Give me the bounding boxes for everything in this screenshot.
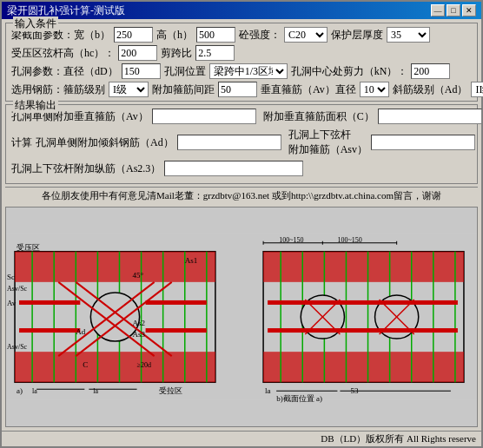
svg-text:Asv/Sc: Asv/Sc	[7, 285, 28, 293]
vertical-label: 垂直箍筋（Av）直径	[261, 82, 356, 97]
single-inclined-input[interactable]	[177, 135, 281, 150]
maximize-button[interactable]: □	[447, 4, 460, 16]
svg-rect-18	[19, 300, 80, 305]
beam-row: 梁截面参数：宽（b） 高（h） 砼强度： C20C25C30 保护层厚度 352…	[11, 27, 472, 43]
svg-rect-58	[268, 300, 458, 305]
main-window: 梁开圆孔补强计算-测试版 — □ ✕ 输入条件 梁截面参数：宽（b） 高（h） …	[0, 0, 483, 448]
svg-text:100~150: 100~150	[279, 236, 303, 244]
attach-label: 附加箍筋间距	[152, 82, 215, 97]
hole-dia-input[interactable]	[122, 63, 161, 79]
zone-label: 受压区弦杆高（hc）：	[11, 46, 115, 61]
shear-label: 剪跨比	[161, 46, 192, 61]
inclined-label: 斜筋级别（Ad）	[393, 82, 468, 97]
notice-bar: 各位朋友使用中有何意见清Mail老董：grzdbtv@163.net 或到htt…	[5, 187, 478, 204]
lower-input[interactable]	[164, 161, 303, 176]
result-row-1: 孔洞单侧附加垂直箍筋（Av） 附加垂直箍筋面积（C）	[11, 109, 472, 124]
diagram-svg: 受压区 Sc Asv/Sc 45° As1 Av Ad As2 As3 Asv/…	[6, 208, 477, 426]
svg-text:受拉区: 受拉区	[159, 386, 182, 395]
title-bar: 梁开圆孔补强计算-测试版 — □ ✕	[2, 2, 481, 19]
svg-text:45°: 45°	[133, 271, 144, 280]
result-row-2: 计算 孔洞单侧附加倾斜钢筋（Ad） 孔洞上下弦杆附加箍筋（Asv）	[11, 128, 472, 157]
rebar-row: 选用钢筋：箍筋级别 I级II级III级 附加箍筋间距 垂直箍筋（Av）直径 10…	[11, 82, 472, 97]
window-title: 梁开圆孔补强计算-测试版	[7, 3, 125, 18]
svg-text:100~150: 100~150	[337, 236, 361, 244]
input-group-label: 输入条件	[13, 16, 58, 31]
upper-input[interactable]	[371, 135, 475, 150]
stirrup-label: 选用钢筋：箍筋级别	[11, 82, 105, 97]
beam-width-input[interactable]	[114, 27, 153, 43]
input-group: 输入条件 梁截面参数：宽（b） 高（h） 砼强度： C20C25C30 保护层厚…	[5, 23, 478, 102]
hole-pos-label: 孔洞位置	[164, 64, 206, 79]
svg-text:la: la	[93, 387, 98, 395]
output-group: 结果输出 孔洞单侧附加垂直箍筋（Av） 附加垂直箍筋面积（C） 计算 孔洞单侧附…	[5, 104, 478, 184]
upper-label: 孔洞上下弦杆附加箍筋（Asv）	[288, 128, 367, 157]
zone-row: 受压区弦杆高（hc）： 剪跨比	[11, 45, 472, 61]
hole-center-label: 孔洞中心处剪力（kN）：	[291, 64, 408, 79]
hole-shear-input[interactable]	[411, 63, 450, 79]
svg-text:Sc: Sc	[7, 273, 15, 281]
svg-rect-20	[146, 300, 207, 305]
single-vertical-input[interactable]	[152, 109, 256, 124]
svg-text:As3: As3	[133, 330, 146, 339]
title-bar-buttons: — □ ✕	[431, 4, 476, 16]
hole-row: 孔洞参数：直径（dD） 孔洞位置 梁跨中1/3区域梁端1/3区域 孔洞中心处剪力…	[11, 63, 472, 79]
svg-text:Av: Av	[7, 299, 17, 307]
svg-text:Asv/Sc: Asv/Sc	[7, 343, 28, 351]
stirrup-grade-select[interactable]: I级II级III级	[109, 82, 149, 97]
svg-rect-59	[268, 328, 458, 333]
vertical-dia-select[interactable]: 1081214	[360, 82, 389, 97]
concrete-label: 砼强度：	[239, 28, 281, 43]
svg-rect-21	[146, 328, 207, 333]
cover-select[interactable]: 35253040	[387, 27, 430, 43]
vertical-area-label: 附加垂直箍筋面积（C）	[263, 109, 374, 124]
svg-text:As2: As2	[133, 319, 146, 327]
inclined-grade-select[interactable]: II级I级III级	[471, 82, 483, 97]
status-bar: DB（LD）版权所有 All Rights reserve	[2, 431, 481, 446]
svg-text:≥20d: ≥20d	[137, 361, 151, 369]
svg-text:la: la	[32, 387, 37, 395]
close-button[interactable]: ✕	[462, 4, 476, 16]
hole-pos-select[interactable]: 梁跨中1/3区域梁端1/3区域	[209, 63, 288, 79]
lower-label: 孔洞上下弦杆附加纵筋（As2.3）	[11, 161, 161, 176]
svg-text:la: la	[265, 386, 271, 395]
result-row-3: 孔洞上下弦杆附加纵筋（As2.3）	[11, 161, 472, 176]
zone-height-input[interactable]	[118, 45, 157, 61]
svg-text:C: C	[83, 360, 88, 369]
svg-text:b)截面位置 a): b)截面位置 a)	[276, 394, 322, 403]
concrete-select[interactable]: C20C25C30	[284, 27, 328, 43]
calc-label: 计算	[11, 135, 32, 150]
output-group-label: 结果输出	[13, 98, 58, 113]
main-content: 输入条件 梁截面参数：宽（b） 高（h） 砼强度： C20C25C30 保护层厚…	[2, 19, 481, 431]
svg-text:受压区: 受压区	[17, 243, 40, 252]
status-text: DB（LD）版权所有 All Rights reserve	[321, 432, 476, 445]
height-label: 高（h）	[156, 28, 193, 43]
svg-text:Ad: Ad	[76, 327, 86, 336]
single-inclined-label: 孔洞单侧附加倾斜钢筋（Ad）	[36, 135, 174, 150]
cover-label: 保护层厚度	[331, 28, 383, 43]
hole-dia-label: 孔洞参数：直径（dD）	[11, 64, 118, 79]
shear-input[interactable]	[195, 45, 235, 61]
svg-text:As1: As1	[185, 256, 198, 265]
minimize-button[interactable]: —	[431, 4, 445, 16]
vertical-area-input[interactable]	[378, 109, 482, 124]
svg-text:a): a)	[17, 386, 23, 395]
beam-height-input[interactable]	[196, 27, 235, 43]
diagram-area: 受压区 Sc Asv/Sc 45° As1 Av Ad As2 As3 Asv/…	[5, 207, 478, 427]
svg-rect-19	[19, 328, 80, 333]
attach-spacing-input[interactable]	[218, 82, 257, 97]
notice-text: 各位朋友使用中有何意见清Mail老董：grzdbtv@163.net 或到htt…	[42, 190, 441, 201]
